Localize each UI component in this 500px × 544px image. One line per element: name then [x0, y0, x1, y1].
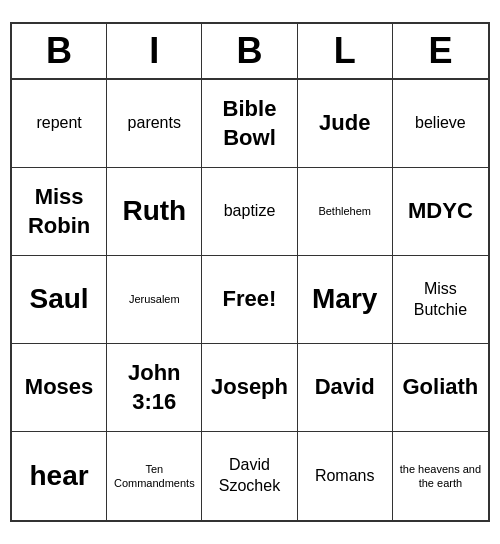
cell-r1-c3: Bethlehem — [298, 168, 393, 256]
header-letter-I-1: I — [107, 24, 202, 78]
cell-r4-c3: Romans — [298, 432, 393, 520]
cell-r1-c1: Ruth — [107, 168, 202, 256]
header-letter-B-0: B — [12, 24, 107, 78]
header-letter-B-2: B — [202, 24, 297, 78]
cell-r1-c2: baptize — [202, 168, 297, 256]
header-letter-E-4: E — [393, 24, 488, 78]
cell-r2-c2: Free! — [202, 256, 297, 344]
cell-r0-c3: Jude — [298, 80, 393, 168]
cell-r2-c4: Miss Butchie — [393, 256, 488, 344]
cell-r4-c4: the heavens and the earth — [393, 432, 488, 520]
cell-r0-c2: Bible Bowl — [202, 80, 297, 168]
bingo-card: BIBLE repentparentsBible BowlJudebelieve… — [10, 22, 490, 522]
cell-r0-c0: repent — [12, 80, 107, 168]
cell-r3-c2: Joseph — [202, 344, 297, 432]
cell-r1-c4: MDYC — [393, 168, 488, 256]
cell-r2-c3: Mary — [298, 256, 393, 344]
cell-r0-c1: parents — [107, 80, 202, 168]
bingo-grid: repentparentsBible BowlJudebelieveMiss R… — [12, 80, 488, 520]
cell-r4-c0: hear — [12, 432, 107, 520]
bingo-header: BIBLE — [12, 24, 488, 80]
cell-r0-c4: believe — [393, 80, 488, 168]
cell-r3-c0: Moses — [12, 344, 107, 432]
cell-r2-c0: Saul — [12, 256, 107, 344]
cell-r3-c4: Goliath — [393, 344, 488, 432]
cell-r4-c2: David Szochek — [202, 432, 297, 520]
cell-r3-c3: David — [298, 344, 393, 432]
cell-r4-c1: Ten Commandments — [107, 432, 202, 520]
cell-r2-c1: Jerusalem — [107, 256, 202, 344]
header-letter-L-3: L — [298, 24, 393, 78]
cell-r3-c1: John 3:16 — [107, 344, 202, 432]
cell-r1-c0: Miss Robin — [12, 168, 107, 256]
